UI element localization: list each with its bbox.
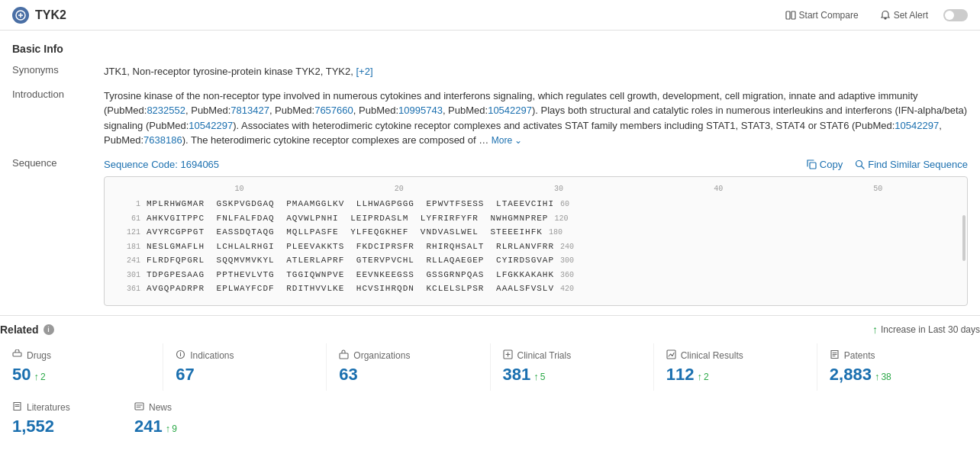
svg-rect-1 [786, 11, 790, 19]
seq-line-1: 1MPLRHWGMAR GSKPVGDGAQ PMAAMGGLKV LLHWAG… [114, 198, 958, 211]
stat-patents-delta: ↑ 38 [875, 371, 891, 382]
indications-icon [176, 349, 185, 362]
stat-organizations-label: Organizations [339, 349, 477, 362]
alert-icon [880, 10, 891, 21]
stat-organizations: Organizations 63 [327, 343, 490, 391]
sequence-actions: Copy Find Similar Sequence [807, 159, 968, 170]
svg-rect-3 [810, 163, 816, 169]
svg-point-4 [856, 160, 862, 166]
stat-drugs: Drugs 50 ↑ 2 [0, 343, 163, 391]
stat-organizations-value[interactable]: 63 [339, 365, 357, 385]
stat-drugs-delta: ↑ 2 [34, 371, 45, 382]
copy-icon [807, 159, 817, 169]
svg-rect-6 [340, 353, 348, 359]
copy-button[interactable]: Copy [807, 159, 843, 170]
stat-literatures-value[interactable]: 1,552 [12, 417, 54, 436]
stat-patents-value[interactable]: 2,883 [830, 365, 872, 385]
synonyms-value: JTK1, Non-receptor tyrosine-protein kina… [104, 64, 968, 79]
stat-patents-label: Patents [830, 349, 968, 362]
seq-line-5: 241FLRDFQPGRL SQQMVMVKYL ATLERLAPRF GTER… [114, 254, 958, 267]
stat-indications-label: Indications [176, 349, 314, 362]
sequence-label: Sequence [12, 157, 104, 307]
stat-organizations-value-row: 63 [339, 365, 477, 385]
stat-clinical-trials: Clinical Trials 381 ↑ 5 [491, 343, 654, 391]
stat-clinical-trials-value[interactable]: 381 [503, 365, 531, 385]
stat-indications: Indications 67 [163, 343, 327, 391]
pubmed-link-7[interactable]: 10542297 [895, 120, 939, 131]
stat-indications-value-row: 67 [176, 365, 314, 385]
stat-news-delta: ↑ 9 [166, 423, 177, 434]
stat-literatures: Literatures 1,552 [0, 398, 122, 440]
find-similar-icon [855, 159, 865, 169]
more-link[interactable]: More ⌄ [492, 135, 523, 146]
set-alert-button[interactable]: Set Alert [874, 7, 934, 24]
stat-clinical-results-label: Clinical Results [666, 349, 804, 362]
trend-label: ↑ Increase in Last 30 days [872, 324, 980, 336]
stat-literatures-label: Literatures [12, 401, 110, 414]
introduction-label: Introduction [12, 89, 104, 148]
pubmed-link-2[interactable]: 7813427 [230, 105, 269, 116]
introduction-value: Tyrosine kinase of the non-receptor type… [104, 89, 968, 148]
pubmed-link-3[interactable]: 7657660 [314, 105, 353, 116]
organizations-icon [339, 349, 349, 362]
sequence-display[interactable]: 10 20 30 40 50 1MPLRHWGMAR GSKPVGDGAQ PM… [104, 176, 968, 306]
pubmed-link-4[interactable]: 10995743 [398, 105, 443, 116]
sequence-header: Sequence Code: 1694065 Copy Find Similar… [104, 157, 968, 172]
stat-news-value[interactable]: 241 [134, 417, 163, 436]
seq-line-6: 301TDPGPESAAG PPTHEVLVTG TGGIQWNPVE EEVN… [114, 269, 958, 282]
stat-patents: Patents 2,883 ↑ 38 [817, 343, 980, 391]
stat-news: News 241 ↑ 9 [122, 398, 244, 440]
stat-clinical-trials-value-row: 381 ↑ 5 [503, 365, 641, 385]
stat-clinical-results-value[interactable]: 112 [666, 365, 695, 385]
related-title: Related i [0, 324, 54, 336]
header-actions: Start Compare Set Alert [779, 7, 968, 24]
seq-line-3: 121AVYRCGPPGT EASSDQTAQG MQLLPASFE YLFEQ… [114, 226, 958, 239]
svg-rect-5 [13, 353, 21, 356]
related-header: Related i ↑ Increase in Last 30 days [0, 315, 980, 336]
stat-clinical-results-delta: ↑ 2 [697, 371, 708, 382]
scrollbar[interactable] [962, 215, 965, 261]
stat-indications-value[interactable]: 67 [176, 365, 194, 385]
stats-grid: Drugs 50 ↑ 2 Indications 67 [0, 336, 980, 398]
stat-news-label: News [134, 401, 232, 414]
literatures-icon [12, 401, 22, 414]
pubmed-link-1[interactable]: 8232552 [147, 105, 185, 116]
stat-drugs-value[interactable]: 50 [12, 365, 31, 385]
synonyms-text: JTK1, Non-receptor tyrosine-protein kina… [104, 66, 353, 77]
sequence-code-link[interactable]: Sequence Code: 1694065 [104, 157, 219, 172]
find-similar-button[interactable]: Find Similar Sequence [855, 159, 968, 170]
trend-arrow-icon: ↑ [872, 324, 878, 336]
stats-row2: Literatures 1,552 News 241 ↑ 9 [0, 398, 980, 447]
stat-clinical-results-value-row: 112 ↑ 2 [666, 365, 804, 385]
stat-literatures-value-row: 1,552 [12, 417, 110, 436]
main-content: Basic Info Synonyms JTK1, Non-receptor t… [0, 31, 980, 306]
pubmed-link-5[interactable]: 10542297 [488, 105, 532, 116]
stat-news-value-row: 241 ↑ 9 [134, 417, 232, 436]
stat-drugs-label: Drugs [12, 349, 150, 362]
news-icon [134, 401, 144, 414]
toggle-switch[interactable] [943, 9, 968, 21]
stat-patents-value-row: 2,883 ↑ 38 [830, 365, 968, 385]
seq-line-4: 181NESLGMAFLH LCHLALRHGI PLEEVAKKTS FKDC… [114, 240, 958, 253]
pubmed-link-6[interactable]: 10542297 [189, 120, 233, 131]
pubmed-link-8[interactable]: 7638186 [143, 134, 182, 146]
svg-rect-9 [135, 403, 143, 410]
drugs-icon [12, 349, 22, 362]
svg-rect-2 [791, 11, 795, 19]
stat-drugs-value-row: 50 ↑ 2 [12, 365, 150, 385]
seq-line-7: 361AVGQPADRPR EPLWAYFCDF RDITHVVLKE HCVS… [114, 282, 958, 295]
stat-clinical-trials-delta: ↑ 5 [534, 371, 545, 382]
sequence-row: Sequence Sequence Code: 1694065 Copy Fin… [12, 157, 968, 307]
sequence-ruler: 10 20 30 40 50 [144, 183, 958, 195]
header: TYK2 Start Compare Set Alert [0, 0, 980, 31]
synonyms-label: Synonyms [12, 64, 104, 79]
page-title: TYK2 [35, 8, 66, 22]
sequence-value: Sequence Code: 1694065 Copy Find Similar… [104, 157, 968, 307]
introduction-row: Introduction Tyrosine kinase of the non-… [12, 89, 968, 148]
start-compare-button[interactable]: Start Compare [779, 7, 865, 24]
related-info-icon[interactable]: i [44, 324, 54, 335]
clinical-results-icon [666, 349, 676, 362]
synonyms-more-link[interactable]: [+2] [356, 66, 372, 77]
app-logo [12, 7, 29, 24]
seq-line-2: 61AHKVGITPPC FNLFALFDAQ AQVWLPNHI LEIPRD… [114, 212, 958, 225]
